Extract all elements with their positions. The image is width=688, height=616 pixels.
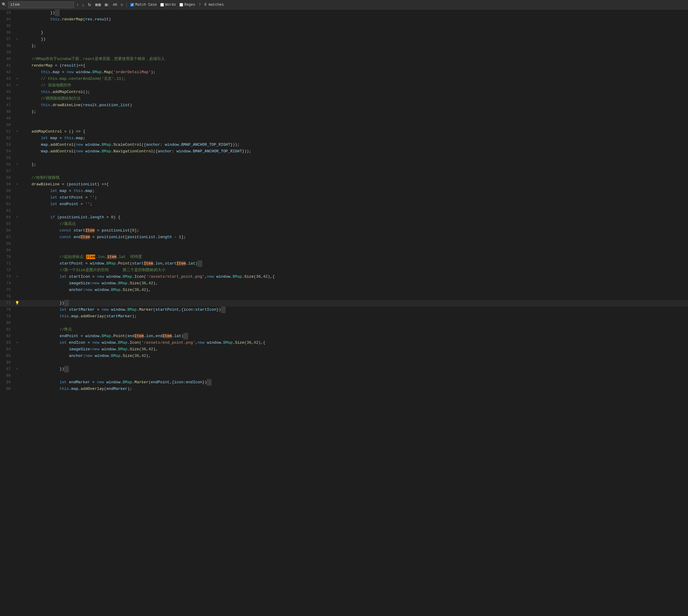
match-case-checkbox[interactable] <box>130 3 134 6</box>
code-line-35: 35 <box>0 23 688 29</box>
code-line-70: 70 //起始坐标点 item.lon,item.lat 经纬度 <box>0 254 688 260</box>
code-line-61: 61 let startPoint = ''; <box>0 194 688 201</box>
code-line-36: 36 } <box>0 29 688 36</box>
code-line-52: 52 let map = this.map; <box>0 135 688 141</box>
search-input[interactable] <box>8 1 74 8</box>
code-line-67: 67 const endItem = positionList[position… <box>0 234 688 241</box>
code-line-60: 60 let map = this.map; <box>0 188 688 194</box>
match-count: 6 matches <box>204 3 224 7</box>
code-line-65: 65 //最高点 <box>0 221 688 227</box>
code-line-33: 33 }) <box>0 9 688 16</box>
search-next-button[interactable]: ↓ <box>81 2 85 7</box>
code-line-63: 63 <box>0 207 688 214</box>
code-line-39: 39 <box>0 49 688 56</box>
code-line-48: 48 }; <box>0 109 688 115</box>
code-line-50: 50 <box>0 122 688 128</box>
search-preserve-case-button[interactable]: AB <box>112 2 119 7</box>
regex-option[interactable]: Regex <box>178 2 196 7</box>
code-line-79: 79 this.map.addOverlay(startMarker); <box>0 313 688 320</box>
separator <box>127 2 127 7</box>
search-refresh-button[interactable]: ↻ <box>87 2 93 7</box>
code-line-43: 43 ▾ // this.map.centerAndZoom('北京',11); <box>0 75 688 82</box>
code-line-80: 80 <box>0 320 688 326</box>
code-line-71: 71 startPoint = window.BMap.Point(startI… <box>0 260 688 267</box>
code-line-57: 57 <box>0 168 688 175</box>
code-line-81: 81 //终点 <box>0 326 688 333</box>
code-line-47: 47 this.drawBikeLine(result.position_lis… <box>0 102 688 109</box>
code-line-66: 66 const startItem = positionList[0]; <box>0 227 688 234</box>
code-line-41: 41 renderMap = (result)=>{ <box>0 62 688 69</box>
code-line-64: 64 ▾ if (positionList.length > 0) { <box>0 214 688 221</box>
code-line-59: 59 ▾ drawBikeLine = (positionList) =>{ <box>0 181 688 188</box>
code-line-45: 45 this.addMapControl(); <box>0 89 688 95</box>
code-line-58: 58 //绘制行驶路线 <box>0 175 688 181</box>
code-line-34: 34 this.renderMap(res.result) <box>0 16 688 23</box>
code-line-54: 54 map.addControl(new window.BMap.Naviga… <box>0 148 688 155</box>
code-line-42: 42 this.map = new window.BMap.Map('order… <box>0 69 688 75</box>
code-line-53: 53 map.addControl(new window.BMap.ScaleC… <box>0 141 688 148</box>
code-line-76: 76 <box>0 293 688 300</box>
code-line-78: 78 let startMarker = new window.BMap.Mar… <box>0 307 688 313</box>
search-prev-button[interactable]: ↑ <box>75 2 80 7</box>
search-bar: 🔍 ↑ ↓ ↻ ▦​▦ ▦​↓ AB ▿ Match Case Words Re… <box>0 0 688 9</box>
code-line-75: 75 anchor:new window.BMap.Size(36,42), <box>0 287 688 293</box>
match-case-label: Match Case <box>135 3 157 7</box>
code-line-44: 44 ▾ // 添加地图控件 <box>0 82 688 89</box>
search-select-line-button[interactable]: ▦​↓ <box>104 2 111 7</box>
search-filter-button[interactable]: ▿ <box>119 2 124 7</box>
code-line-83: 83 ▾ let endIcon = new window.BMap.Icon(… <box>0 339 688 346</box>
words-checkbox[interactable] <box>160 3 164 6</box>
code-line-87: 87 ▾ }) <box>0 366 688 373</box>
code-line-88: 88 <box>0 373 688 379</box>
match-case-option[interactable]: Match Case <box>129 2 158 7</box>
code-line-55: 55 <box>0 155 688 161</box>
code-line-68: 68 <box>0 241 688 247</box>
code-line-73: 73 ▾ let startIcon = new window.BMap.Ico… <box>0 273 688 280</box>
code-line-90: 90 this.map.addOverlay(endMarker); <box>0 386 688 392</box>
code-line-38: 38 }; <box>0 43 688 49</box>
code-line-77: 77 💡 }) <box>0 300 688 307</box>
code-line-84: 84 imageSize:new window.BMap.Size(36,42)… <box>0 346 688 353</box>
lightbulb-icon[interactable]: 💡 <box>15 300 20 307</box>
regex-checkbox[interactable] <box>180 3 183 6</box>
search-select-all-button[interactable]: ▦​▦ <box>94 2 102 7</box>
help-button[interactable]: ? <box>198 3 202 7</box>
words-label: Words <box>165 3 176 7</box>
code-line-74: 74 imageSize:new window.BMap.Size(36,42)… <box>0 280 688 287</box>
code-line-85: 85 anchor:new window.BMap.Size(36,42), <box>0 353 688 359</box>
code-line-46: 46 //调用路线图绘制方法 <box>0 95 688 102</box>
search-icon: 🔍 <box>2 2 6 7</box>
code-line-51: 51 ▾ addMapControl = () => { <box>0 128 688 135</box>
code-line-62: 62 let endPoint = ''; <box>0 201 688 207</box>
code-line-82: 82 endPoint = window.BMap.Point(endItem.… <box>0 333 688 339</box>
code-line-56: 56 ▾ }; <box>0 161 688 168</box>
code-editor[interactable]: 33 }) 34 this.renderMap(res.result) 35 3… <box>0 9 688 616</box>
code-line-72: 72 //第一个Size是图片的空间 第二个是控制图标的大小 <box>0 267 688 273</box>
words-option[interactable]: Words <box>159 2 177 7</box>
code-line-89: 89 let endMarker = new window.BMap.Marke… <box>0 379 688 386</box>
code-line-40: 40 //BMap存在于window下面，react是单页面，想要使用某个模块，… <box>0 56 688 62</box>
code-line-49: 49 <box>0 115 688 122</box>
code-line-86: 86 <box>0 359 688 366</box>
code-line-37: 37 ▾ }) <box>0 36 688 43</box>
regex-label: Regex <box>184 3 195 7</box>
code-line-69: 69 <box>0 247 688 254</box>
